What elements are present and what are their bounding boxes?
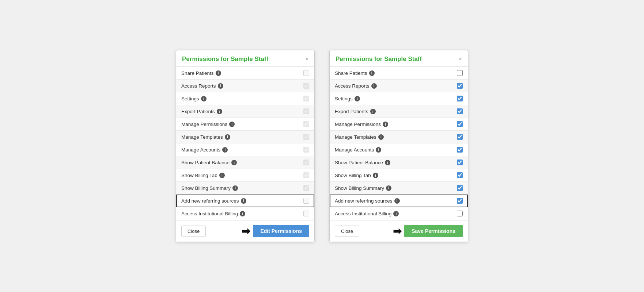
info-icon[interactable]: i — [378, 134, 384, 140]
info-icon[interactable]: i — [201, 96, 207, 101]
info-icon[interactable]: i — [393, 211, 399, 216]
permission-checkbox[interactable] — [457, 134, 463, 140]
info-icon[interactable]: i — [232, 185, 238, 191]
edit-permissions-button[interactable]: Edit Permissions — [253, 225, 309, 237]
permission-row: Show Billing Tabi — [330, 169, 468, 182]
info-icon[interactable]: i — [225, 134, 230, 140]
info-icon[interactable]: i — [385, 160, 390, 165]
permission-checkbox[interactable] — [303, 185, 309, 191]
permission-checkbox[interactable] — [303, 108, 309, 114]
permission-checkbox[interactable] — [457, 147, 463, 153]
permission-checkbox[interactable] — [303, 198, 309, 204]
permission-row: Manage Permissionsi — [176, 118, 314, 131]
permission-row: Show Billing Summaryi — [330, 182, 468, 195]
permission-checkbox[interactable] — [303, 70, 309, 76]
permission-row: Manage Templatesi — [330, 131, 468, 143]
permission-label: Export Patientsi — [335, 109, 376, 114]
permission-checkbox[interactable] — [457, 160, 463, 165]
permission-checkbox[interactable] — [457, 83, 463, 89]
permission-label-text: Show Billing Summary — [335, 185, 384, 191]
permission-checkbox[interactable] — [303, 211, 309, 216]
permission-checkbox[interactable] — [457, 108, 463, 114]
permission-label: Settingsi — [181, 96, 207, 101]
dialog2-arrow-icon: ➡ — [393, 225, 401, 237]
dialog1-title: Permissions for Sample Staff — [182, 55, 268, 63]
permission-label-text: Show Patient Balance — [335, 160, 383, 165]
info-icon[interactable]: i — [386, 185, 391, 191]
info-icon[interactable]: i — [383, 122, 388, 127]
info-icon[interactable]: i — [370, 109, 376, 114]
permission-label-text: Settings — [181, 96, 199, 101]
permission-checkbox[interactable] — [303, 147, 309, 153]
permission-row: Manage Accountsi — [330, 143, 468, 156]
permission-row: Show Billing Tabi — [176, 169, 314, 182]
permission-checkbox[interactable] — [457, 70, 463, 76]
info-icon[interactable]: i — [371, 83, 377, 89]
info-icon[interactable]: i — [218, 83, 223, 89]
permission-label: Manage Accountsi — [335, 147, 381, 153]
info-icon[interactable]: i — [222, 147, 228, 153]
permission-checkbox[interactable] — [457, 172, 463, 178]
permission-label-text: Access Institutional Billing — [181, 211, 238, 216]
permission-row: Access Reportsi — [330, 80, 468, 92]
permission-label: Show Patient Balancei — [181, 160, 237, 165]
permission-row: Manage Templatesi — [176, 131, 314, 143]
permission-label-text: Export Patients — [181, 109, 215, 114]
permission-label-text: Manage Accounts — [335, 147, 374, 153]
info-icon[interactable]: i — [217, 109, 222, 114]
permission-checkbox[interactable] — [303, 160, 309, 165]
info-icon[interactable]: i — [240, 211, 245, 216]
permission-label-text: Show Billing Tab — [335, 173, 371, 178]
dialog1-close-button[interactable]: Close — [181, 226, 206, 237]
info-icon[interactable]: i — [219, 173, 225, 178]
info-icon[interactable]: i — [231, 160, 237, 165]
permission-label: Show Billing Summaryi — [181, 185, 238, 191]
permission-checkbox[interactable] — [303, 96, 309, 101]
dialog2-close-button[interactable]: Close — [335, 226, 359, 237]
permission-label-text: Show Patient Balance — [181, 160, 230, 165]
info-icon[interactable]: i — [229, 122, 235, 127]
permission-label: Access Institutional Billingi — [335, 211, 399, 216]
info-icon[interactable]: i — [355, 96, 360, 101]
permission-label-text: Manage Templates — [335, 134, 376, 140]
permission-label-text: Access Reports — [181, 83, 216, 89]
dialog1-header: Permissions for Sample Staff × — [176, 50, 314, 66]
permission-checkbox[interactable] — [457, 121, 463, 127]
info-icon[interactable]: i — [216, 70, 221, 76]
permission-label: Show Billing Tabi — [335, 173, 378, 178]
permission-checkbox[interactable] — [457, 96, 463, 101]
permission-label: Add new referring sourcesi — [181, 198, 246, 204]
info-icon[interactable]: i — [369, 70, 375, 76]
dialog2-permissions-list: Share PatientsiAccess ReportsiSettingsiE… — [330, 66, 468, 220]
permission-row: Show Patient Balancei — [330, 156, 468, 169]
permission-label-text: Manage Accounts — [181, 147, 220, 153]
permission-checkbox[interactable] — [303, 83, 309, 89]
permission-checkbox[interactable] — [303, 121, 309, 127]
permission-label: Share Patientsi — [335, 70, 375, 76]
permission-checkbox[interactable] — [303, 172, 309, 178]
permission-label: Add new referring sourcesi — [335, 198, 400, 204]
permission-checkbox[interactable] — [457, 185, 463, 191]
dialog2-header: Permissions for Sample Staff × — [330, 50, 468, 66]
permission-label: Manage Templatesi — [181, 134, 230, 140]
info-icon[interactable]: i — [394, 198, 400, 204]
permission-row: Share Patientsi — [330, 67, 468, 80]
permission-label: Access Reportsi — [335, 83, 377, 89]
save-permissions-button[interactable]: Save Permissions — [404, 225, 463, 237]
dialog1-permissions-list: Share PatientsiAccess ReportsiSettingsiE… — [176, 66, 314, 220]
permission-row: Manage Accountsi — [176, 143, 314, 156]
info-icon[interactable]: i — [373, 173, 378, 178]
dialog2-close-x[interactable]: × — [459, 56, 462, 62]
permission-row: Access Institutional Billingi — [176, 207, 314, 220]
info-icon[interactable]: i — [241, 198, 246, 204]
permission-checkbox[interactable] — [457, 198, 463, 204]
dialog1-close-x[interactable]: × — [305, 56, 308, 62]
permission-checkbox[interactable] — [303, 134, 309, 140]
dialog1-arrow-icon: ➡ — [242, 225, 250, 237]
dialog-edit-permissions: Permissions for Sample Staff × Share Pat… — [176, 50, 315, 242]
dialog2-title: Permissions for Sample Staff — [336, 55, 422, 63]
permission-label: Manage Permissionsi — [335, 122, 388, 127]
permission-checkbox[interactable] — [457, 211, 463, 216]
info-icon[interactable]: i — [376, 147, 381, 153]
permission-label-text: Show Billing Tab — [181, 173, 217, 178]
